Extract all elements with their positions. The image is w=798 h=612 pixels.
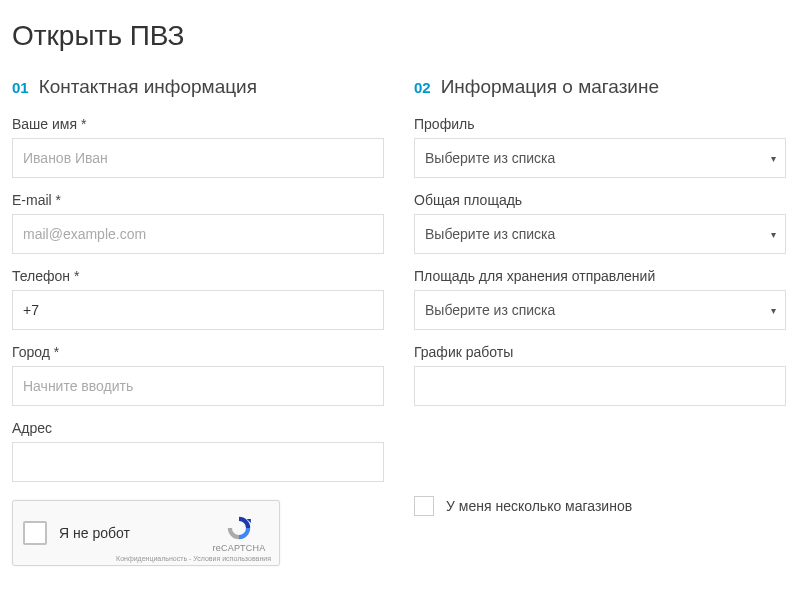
multi-store-checkbox[interactable] bbox=[414, 496, 434, 516]
field-city: Город * bbox=[12, 344, 384, 406]
section-title: Контактная информация bbox=[39, 76, 257, 98]
section-header-contact: 01 Контактная информация bbox=[12, 76, 384, 98]
storage-select[interactable]: Выберите из списка bbox=[414, 290, 786, 330]
section-number: 02 bbox=[414, 79, 431, 96]
field-profile: Профиль Выберите из списка bbox=[414, 116, 786, 178]
field-label: Телефон * bbox=[12, 268, 384, 284]
city-input[interactable] bbox=[12, 366, 384, 406]
field-schedule: График работы bbox=[414, 344, 786, 406]
email-input[interactable] bbox=[12, 214, 384, 254]
name-input[interactable] bbox=[12, 138, 384, 178]
form-columns: 01 Контактная информация Ваше имя * E-ma… bbox=[12, 76, 786, 566]
field-phone: Телефон * bbox=[12, 268, 384, 330]
field-area: Общая площадь Выберите из списка bbox=[414, 192, 786, 254]
schedule-input[interactable] bbox=[414, 366, 786, 406]
field-label: График работы bbox=[414, 344, 786, 360]
field-storage: Площадь для хранения отправлений Выберит… bbox=[414, 268, 786, 330]
recaptcha-checkbox[interactable] bbox=[23, 521, 47, 545]
field-label: Профиль bbox=[414, 116, 786, 132]
field-label: Площадь для хранения отправлений bbox=[414, 268, 786, 284]
section-header-store: 02 Информация о магазине bbox=[414, 76, 786, 98]
field-name: Ваше имя * bbox=[12, 116, 384, 178]
recaptcha-icon bbox=[225, 514, 253, 542]
field-label: Адрес bbox=[12, 420, 384, 436]
multi-store-row: У меня несколько магазинов bbox=[414, 496, 786, 516]
field-email: E-mail * bbox=[12, 192, 384, 254]
recaptcha-branding: reCAPTCHA bbox=[209, 514, 269, 553]
area-select[interactable]: Выберите из списка bbox=[414, 214, 786, 254]
recaptcha-terms[interactable]: Конфиденциальность - Условия использован… bbox=[116, 555, 271, 562]
recaptcha-widget: Я не робот reCAPTCHA Конфиденциальность … bbox=[12, 500, 280, 566]
contact-column: 01 Контактная информация Ваше имя * E-ma… bbox=[12, 76, 384, 566]
section-number: 01 bbox=[12, 79, 29, 96]
field-label: E-mail * bbox=[12, 192, 384, 208]
recaptcha-brand: reCAPTCHA bbox=[213, 543, 266, 553]
field-label: Общая площадь bbox=[414, 192, 786, 208]
address-input[interactable] bbox=[12, 442, 384, 482]
profile-select[interactable]: Выберите из списка bbox=[414, 138, 786, 178]
multi-store-label: У меня несколько магазинов bbox=[446, 498, 632, 514]
page-title: Открыть ПВЗ bbox=[12, 20, 786, 52]
field-label: Ваше имя * bbox=[12, 116, 384, 132]
field-address: Адрес bbox=[12, 420, 384, 482]
field-label: Город * bbox=[12, 344, 384, 360]
store-column: 02 Информация о магазине Профиль Выберит… bbox=[414, 76, 786, 566]
phone-input[interactable] bbox=[12, 290, 384, 330]
section-title: Информация о магазине bbox=[441, 76, 659, 98]
recaptcha-label: Я не робот bbox=[59, 525, 209, 541]
